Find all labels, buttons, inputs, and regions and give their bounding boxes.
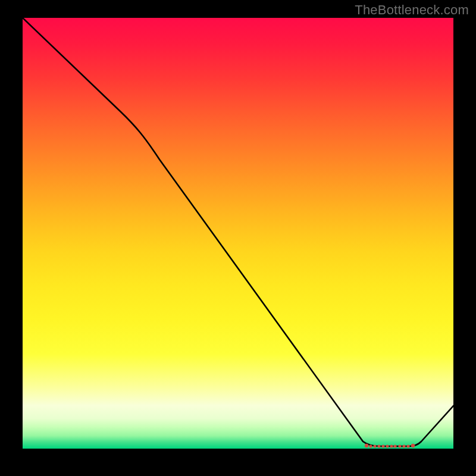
chart-frame: TheBottleneck.com xyxy=(0,0,476,476)
svg-point-6 xyxy=(390,444,393,447)
svg-point-10 xyxy=(406,444,409,447)
svg-point-4 xyxy=(381,444,384,447)
watermark-text: TheBottleneck.com xyxy=(355,2,469,18)
bottleneck-curve xyxy=(23,18,453,446)
svg-point-1 xyxy=(369,444,372,447)
svg-point-7 xyxy=(393,444,396,447)
svg-point-2 xyxy=(373,444,376,447)
svg-point-5 xyxy=(386,444,389,447)
svg-point-11 xyxy=(411,444,415,447)
svg-point-3 xyxy=(377,444,380,447)
chart-svg xyxy=(23,18,453,449)
plot-area xyxy=(23,18,453,449)
svg-point-8 xyxy=(398,444,401,447)
svg-point-0 xyxy=(365,444,368,447)
svg-point-9 xyxy=(402,444,405,447)
